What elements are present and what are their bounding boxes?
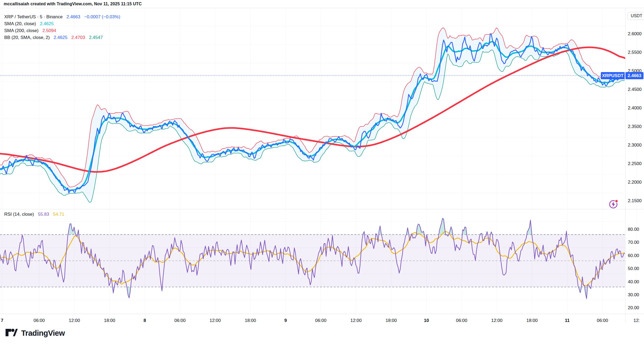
bb-legend-row[interactable]: BB (20, SMA, close, 2) 2.4625 2.4703 2.4… — [4, 34, 120, 41]
price-tick-label: 2.2000 — [628, 180, 642, 185]
price-tick-label: 2.5500 — [628, 50, 642, 55]
rsi-tick-label: 60.00 — [628, 253, 639, 258]
rsi-tick-label: 80.00 — [628, 227, 639, 232]
time-tick-label: 12:00 — [210, 318, 221, 323]
time-tick-label: 06:00 — [456, 318, 467, 323]
last-price-value: 2.4663 — [66, 14, 80, 19]
price-tick-label: 2.4500 — [628, 87, 642, 92]
time-day-label: 7 — [1, 318, 3, 323]
price-tick-label: 2.3000 — [628, 143, 642, 148]
bollinger-fill — [0, 28, 625, 202]
instant-trading-icon[interactable] — [608, 199, 619, 209]
time-tick-label: 12:00 — [69, 318, 80, 323]
currency-unit-button[interactable]: USDT — [628, 12, 644, 20]
time-axis-separator — [0, 314, 644, 314]
current-price-badge: 2.4663 — [625, 72, 643, 79]
time-tick-label: 06:00 — [174, 318, 186, 323]
time-tick-label: 12:00 — [491, 318, 503, 323]
symbol-legend-row[interactable]: XRP / TetherUS · 5 · Binance 2.4663 −0.0… — [4, 14, 120, 20]
tradingview-logo[interactable]: TradingView — [5, 328, 65, 338]
sma200-legend-row[interactable]: SMA (200, close) 2.5094 — [4, 27, 120, 34]
bb-upper-value: 2.4703 — [71, 35, 85, 40]
price-tick-label: 2.6000 — [628, 31, 642, 37]
time-day-label: 10 — [424, 318, 429, 323]
rsi-legend-row[interactable]: RSI (14, close) 55.83 54.71 — [4, 211, 64, 218]
bb-basis-value: 2.4625 — [54, 35, 67, 40]
time-tick-label: 06:00 — [597, 318, 608, 323]
rsi-tick-label: 40.00 — [628, 279, 639, 285]
bb-label: BB (20, SMA, close, 2) — [4, 35, 50, 40]
symbol-price-label-badge: XRPUSDT — [601, 72, 625, 79]
chart-canvas[interactable] — [0, 8, 644, 322]
price-tick-label: 2.4000 — [628, 105, 642, 111]
alert-dot-icon — [615, 200, 618, 203]
rsi-tick-label: 70.00 — [628, 240, 639, 245]
time-tick-label: 18:00 — [526, 318, 538, 323]
rsi-tick-label: 50.00 — [628, 266, 639, 271]
time-tick-label: 12: — [633, 318, 640, 323]
time-day-label: 8 — [143, 318, 146, 323]
sma20-label: SMA (20, close) — [4, 21, 36, 26]
tradingview-logo-text: TradingView — [21, 329, 65, 338]
time-day-label: 11 — [565, 318, 570, 323]
rsi-tick-label: 30.00 — [628, 292, 639, 298]
main-legend: XRP / TetherUS · 5 · Binance 2.4663 −0.0… — [4, 14, 120, 41]
lightning-bolt-icon — [612, 202, 615, 207]
price-tick-label: 2.1500 — [628, 198, 642, 204]
time-tick-label: 18:00 — [104, 318, 115, 323]
time-tick-label: 18:00 — [245, 318, 256, 323]
price-tick-label: 2.2500 — [628, 161, 642, 166]
time-tick-label: 12:00 — [350, 318, 362, 323]
time-tick-label: 06:00 — [315, 318, 327, 323]
rsi-ma-value: 54.71 — [53, 212, 64, 217]
time-tick-label: 18:00 — [386, 318, 397, 323]
symbol-title: XRP / TetherUS · 5 · Binance — [4, 14, 62, 19]
sma20-legend-row[interactable]: SMA (20, close) 2.4625 — [4, 20, 120, 27]
chart-area[interactable]: XRP / TetherUS · 5 · Binance 2.4663 −0.0… — [0, 8, 644, 322]
time-tick-label: 06:00 — [34, 318, 45, 323]
sma200-label: SMA (200, close) — [4, 28, 38, 33]
pane-separator[interactable] — [0, 209, 644, 209]
bb-lower-value: 2.4547 — [89, 35, 103, 40]
time-day-label: 9 — [284, 318, 287, 323]
rsi-value: 55.83 — [38, 212, 49, 217]
price-tick-label: 2.3500 — [628, 124, 642, 129]
rsi-tick-label: 20.00 — [628, 305, 639, 311]
rsi-label: RSI (14, close) — [4, 212, 34, 217]
sma200-value: 2.5094 — [42, 28, 56, 33]
attribution-text: mccallisaiah created with TradingView.co… — [4, 2, 142, 6]
rsi-legend: RSI (14, close) 55.83 54.71 — [4, 211, 64, 218]
price-change-value: −0.0007 (−0.03%) — [84, 14, 120, 19]
price-axis[interactable]: USDT 2.15002.20002.25002.30002.35002.400… — [625, 8, 644, 322]
sma20-value: 2.4625 — [40, 21, 54, 26]
tradingview-logo-icon — [5, 328, 18, 338]
